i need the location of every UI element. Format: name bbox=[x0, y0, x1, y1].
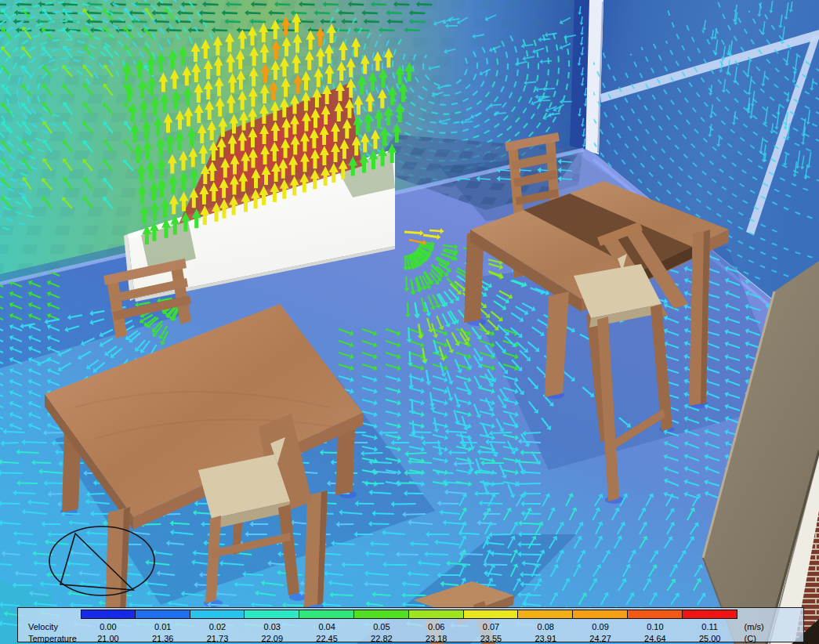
velocity-value: 0.05 bbox=[354, 621, 409, 633]
legend-swatch-row bbox=[18, 608, 803, 621]
temperature-value: 25.00 bbox=[683, 633, 737, 644]
velocity-value: 0.06 bbox=[409, 621, 464, 633]
temperature-value: 23.91 bbox=[518, 633, 573, 644]
temperature-value: 23.18 bbox=[409, 633, 464, 644]
legend-color-swatch bbox=[464, 610, 519, 619]
velocity-value: 0.11 bbox=[683, 621, 737, 633]
velocity-value: 0.08 bbox=[518, 621, 573, 633]
velocity-value: 0.00 bbox=[81, 621, 136, 633]
velocity-value: 0.03 bbox=[245, 621, 299, 633]
legend-color-swatch bbox=[573, 610, 628, 619]
legend-color-swatch bbox=[245, 610, 299, 619]
legend-color-swatch bbox=[409, 610, 464, 619]
legend-color-swatch bbox=[190, 610, 245, 619]
velocity-value: 0.07 bbox=[464, 621, 519, 633]
legend-temperature-row: Temperature 21.0021.3621.7322.0922.4522.… bbox=[18, 633, 803, 644]
cfd-3d-viewport[interactable]: Velocity 0.000.010.020.030.040.050.060.0… bbox=[0, 0, 819, 644]
legend-color-swatch bbox=[683, 610, 737, 619]
legend-color-swatch bbox=[518, 610, 573, 619]
velocity-value: 0.01 bbox=[136, 621, 190, 633]
temperature-value: 24.27 bbox=[573, 633, 628, 644]
velocity-value: 0.02 bbox=[190, 621, 245, 633]
legend-color-swatch bbox=[628, 610, 683, 619]
legend-color-swatch bbox=[354, 610, 409, 619]
legend-color-swatch bbox=[81, 610, 136, 619]
velocity-unit: (m/s) bbox=[737, 621, 764, 633]
legend-velocity-row: Velocity 0.000.010.020.030.040.050.060.0… bbox=[18, 621, 803, 633]
legend-color-swatch bbox=[299, 610, 354, 619]
temperature-value: 21.73 bbox=[190, 633, 245, 644]
legend-color-swatch bbox=[136, 610, 190, 619]
temperature-value: 22.45 bbox=[299, 633, 354, 644]
colorbar-legend: Velocity 0.000.010.020.030.040.050.060.0… bbox=[17, 607, 804, 642]
temperature-value: 24.64 bbox=[628, 633, 683, 644]
cfd-scene bbox=[0, 0, 819, 644]
temperature-value: 21.36 bbox=[136, 633, 190, 644]
velocity-value: 0.09 bbox=[573, 621, 628, 633]
temperature-value: 21.00 bbox=[81, 633, 136, 644]
temperature-label: Temperature bbox=[18, 633, 81, 644]
velocity-value: 0.04 bbox=[299, 621, 354, 633]
temperature-value: 23.55 bbox=[464, 633, 519, 644]
velocity-label: Velocity bbox=[18, 621, 81, 633]
velocity-value: 0.10 bbox=[628, 621, 683, 633]
temperature-unit: (C) bbox=[737, 633, 756, 644]
temperature-value: 22.09 bbox=[245, 633, 299, 644]
temperature-value: 22.82 bbox=[354, 633, 409, 644]
